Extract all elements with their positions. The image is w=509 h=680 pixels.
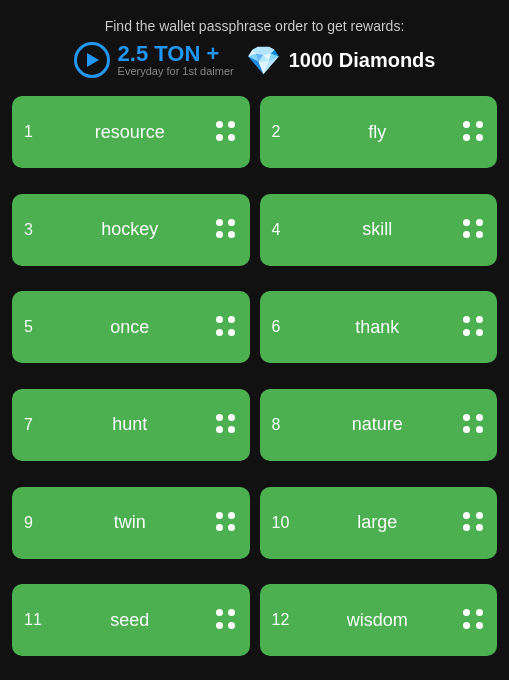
dice-dot xyxy=(228,219,235,226)
dice-dot xyxy=(476,134,483,141)
dice-dot xyxy=(476,414,483,421)
word-card[interactable]: 8nature xyxy=(260,389,498,461)
word-number: 1 xyxy=(24,123,44,141)
word-text: twin xyxy=(44,512,216,533)
word-number: 11 xyxy=(24,611,44,629)
dice-dot xyxy=(463,609,470,616)
word-number: 6 xyxy=(272,318,292,336)
ton-section: 2.5 TON + Everyday for 1st daimer xyxy=(74,42,234,78)
word-card[interactable]: 12wisdom xyxy=(260,584,498,656)
dice-dot xyxy=(476,316,483,323)
diamond-section: 💎 1000 Diamonds xyxy=(246,44,436,77)
word-card[interactable]: 1resource xyxy=(12,96,250,168)
word-card[interactable]: 11seed xyxy=(12,584,250,656)
play-icon xyxy=(87,53,99,67)
dice-icon xyxy=(463,316,485,338)
word-number: 3 xyxy=(24,221,44,239)
dice-dot xyxy=(216,524,223,531)
word-number: 9 xyxy=(24,514,44,532)
dice-dot xyxy=(228,329,235,336)
dice-dot xyxy=(476,512,483,519)
diamond-icon: 💎 xyxy=(246,44,281,77)
dice-dot xyxy=(216,134,223,141)
word-number: 2 xyxy=(272,123,292,141)
dice-icon xyxy=(216,512,238,534)
dice-dot xyxy=(228,524,235,531)
ton-subtitle: Everyday for 1st daimer xyxy=(118,65,234,77)
word-text: nature xyxy=(292,414,464,435)
dice-dot xyxy=(216,414,223,421)
dice-dot xyxy=(216,121,223,128)
dice-dot xyxy=(476,231,483,238)
dice-dot xyxy=(228,134,235,141)
dice-dot xyxy=(228,512,235,519)
ton-amount: 2.5 TON + xyxy=(118,43,220,65)
word-card[interactable]: 6thank xyxy=(260,291,498,363)
dice-dot xyxy=(463,426,470,433)
dice-dot xyxy=(216,316,223,323)
word-card[interactable]: 5once xyxy=(12,291,250,363)
word-text: skill xyxy=(292,219,464,240)
word-text: once xyxy=(44,317,216,338)
word-card[interactable]: 3hockey xyxy=(12,194,250,266)
dice-dot xyxy=(463,329,470,336)
dice-icon xyxy=(216,121,238,143)
dice-dot xyxy=(463,134,470,141)
word-number: 10 xyxy=(272,514,292,532)
word-text: seed xyxy=(44,610,216,631)
word-text: large xyxy=(292,512,464,533)
dice-icon xyxy=(463,609,485,631)
dice-dot xyxy=(476,609,483,616)
dice-dot xyxy=(463,316,470,323)
word-text: fly xyxy=(292,122,464,143)
dice-dot xyxy=(228,609,235,616)
dice-dot xyxy=(463,524,470,531)
dice-dot xyxy=(463,231,470,238)
dice-icon xyxy=(463,219,485,241)
word-text: thank xyxy=(292,317,464,338)
dice-dot xyxy=(216,622,223,629)
word-text: wisdom xyxy=(292,610,464,631)
dice-icon xyxy=(463,512,485,534)
dice-dot xyxy=(216,512,223,519)
word-number: 7 xyxy=(24,416,44,434)
dice-dot xyxy=(228,121,235,128)
dice-dot xyxy=(476,524,483,531)
dice-dot xyxy=(463,622,470,629)
dice-icon xyxy=(216,219,238,241)
word-card[interactable]: 9twin xyxy=(12,487,250,559)
dice-icon xyxy=(216,316,238,338)
dice-dot xyxy=(476,426,483,433)
word-text: resource xyxy=(44,122,216,143)
dice-dot xyxy=(216,426,223,433)
header: Find the wallet passphrase order to get … xyxy=(0,0,509,88)
word-card[interactable]: 4skill xyxy=(260,194,498,266)
word-text: hockey xyxy=(44,219,216,240)
word-card[interactable]: 10large xyxy=(260,487,498,559)
header-title: Find the wallet passphrase order to get … xyxy=(20,18,489,34)
ton-text-block: 2.5 TON + Everyday for 1st daimer xyxy=(118,43,234,77)
word-card[interactable]: 2fly xyxy=(260,96,498,168)
dice-dot xyxy=(228,231,235,238)
dice-icon xyxy=(216,414,238,436)
dice-icon xyxy=(216,609,238,631)
dice-icon xyxy=(463,414,485,436)
word-grid: 1resource2fly3hockey4skill5once6thank7hu… xyxy=(0,88,509,680)
word-card[interactable]: 7hunt xyxy=(12,389,250,461)
word-number: 8 xyxy=(272,416,292,434)
dice-dot xyxy=(476,219,483,226)
dice-dot xyxy=(216,219,223,226)
dice-dot xyxy=(463,219,470,226)
word-number: 5 xyxy=(24,318,44,336)
dice-dot xyxy=(228,316,235,323)
dice-dot xyxy=(216,231,223,238)
dice-dot xyxy=(476,329,483,336)
ton-icon xyxy=(74,42,110,78)
dice-dot xyxy=(216,609,223,616)
dice-dot xyxy=(228,426,235,433)
word-number: 12 xyxy=(272,611,292,629)
dice-dot xyxy=(463,512,470,519)
word-number: 4 xyxy=(272,221,292,239)
dice-dot xyxy=(463,414,470,421)
dice-icon xyxy=(463,121,485,143)
